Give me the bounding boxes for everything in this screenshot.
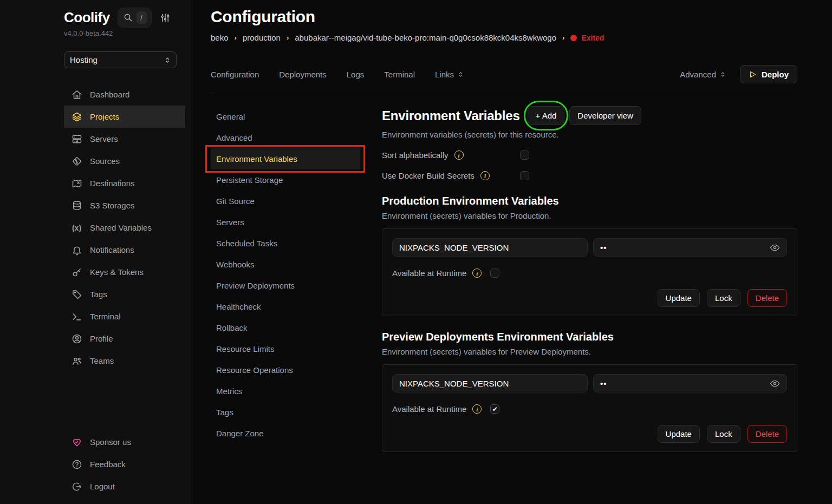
sidebar-item-label: Teams	[90, 356, 114, 365]
sidebar-item-sources[interactable]: Sources	[64, 150, 185, 172]
sort-alphabetically-checkbox[interactable]: ✔	[520, 150, 529, 160]
preview-section-subtitle: Environment (secrets) variables for Prev…	[382, 347, 797, 356]
subnav-item-persistent-storage[interactable]: Persistent Storage	[211, 169, 360, 191]
sidebar-item-projects[interactable]: Projects	[64, 106, 185, 128]
info-icon[interactable]: i	[480, 171, 490, 180]
info-icon[interactable]: i	[472, 269, 482, 278]
sidebar-item-servers[interactable]: Servers	[64, 128, 185, 150]
deploy-button[interactable]: Deploy	[740, 65, 797, 83]
team-selector[interactable]: Hosting	[64, 51, 177, 68]
subnav-item-environment-variables[interactable]: Environment Variables	[211, 148, 360, 169]
subnav-item-git-source[interactable]: Git Source	[211, 191, 360, 212]
tab-deployments[interactable]: Deployments	[279, 70, 327, 79]
sidebar-item-keys-tokens[interactable]: Keys & Tokens	[64, 261, 185, 283]
eye-icon[interactable]	[770, 378, 780, 389]
env-var-inputs: ••	[392, 238, 787, 257]
production-section-subtitle: Environment (secrets) variables for Prod…	[382, 211, 797, 220]
subnav-item-resource-operations[interactable]: Resource Operations	[211, 359, 360, 381]
sidebar-item-dashboard[interactable]: Dashboard	[64, 83, 185, 106]
env-subtitle: Environment variables (secrets) for this…	[382, 130, 797, 139]
sidebar-item-label: Keys & Tokens	[90, 267, 144, 277]
subnav-item-preview-deployments[interactable]: Preview Deployments	[211, 275, 360, 296]
sidebar-item-profile[interactable]: Profile	[64, 328, 185, 350]
tab-links-dropdown[interactable]: Links	[435, 70, 464, 79]
tab-logs[interactable]: Logs	[347, 70, 365, 79]
sidebar-item-s3-storages[interactable]: S3 Storages	[64, 194, 185, 217]
available-at-runtime-checkbox[interactable]: ✔	[490, 269, 499, 278]
subnav-item-advanced[interactable]: Advanced	[211, 127, 360, 148]
env-var-name-input[interactable]	[392, 238, 588, 257]
heart-icon	[71, 437, 82, 448]
breadcrumb-team[interactable]: beko	[211, 33, 229, 42]
layers-icon	[71, 112, 82, 122]
sidebar-item-tags[interactable]: Tags	[64, 283, 185, 305]
subnav-item-scheduled-tasks[interactable]: Scheduled Tasks	[211, 233, 360, 254]
breadcrumb-environment[interactable]: production	[243, 33, 281, 42]
variable-icon: (x)	[71, 224, 82, 232]
sidebar: Coolify / v4.0.0-beta.442 Hosting Dashbo…	[0, 0, 191, 504]
sidebar-item-teams[interactable]: Teams	[64, 350, 185, 372]
subnav-item-danger-zone[interactable]: Danger Zone	[211, 423, 360, 444]
sidebar-item-label: Shared Variables	[90, 223, 152, 232]
lock-button[interactable]: Lock	[707, 289, 740, 307]
sidebar-item-label: Profile	[90, 334, 113, 343]
eye-icon[interactable]	[770, 243, 780, 253]
docker-build-secrets-checkbox[interactable]: ✔	[520, 171, 529, 180]
team-selector-value: Hosting	[70, 55, 98, 64]
subnav-item-tags[interactable]: Tags	[211, 402, 360, 423]
lock-button[interactable]: Lock	[707, 425, 740, 443]
add-button[interactable]: + Add	[528, 106, 565, 125]
sidebar-item-sponsor[interactable]: Sponsor us	[64, 431, 185, 453]
delete-button[interactable]: Delete	[748, 289, 787, 307]
home-icon	[71, 89, 82, 100]
docker-build-secrets-label: Use Docker Build Secrets	[382, 171, 474, 180]
sidebar-item-label: Sources	[90, 156, 120, 166]
subnav-item-general[interactable]: General	[211, 106, 360, 127]
subnav-item-webhooks[interactable]: Webhooks	[211, 254, 360, 275]
subnav-item-healthcheck[interactable]: Healthcheck	[211, 296, 360, 317]
info-icon[interactable]: i	[454, 150, 464, 160]
deploy-label: Deploy	[762, 70, 789, 79]
settings-sliders-icon[interactable]	[160, 13, 170, 23]
env-var-value-input[interactable]: ••	[593, 238, 787, 257]
search-button[interactable]: /	[118, 8, 152, 28]
key-icon	[71, 267, 82, 278]
subnav-item-metrics[interactable]: Metrics	[211, 381, 360, 402]
breadcrumb-resource[interactable]: abubakar--meigag/vid-tube-beko-pro:main-…	[295, 33, 556, 42]
terminal-icon	[71, 311, 82, 322]
advanced-dropdown[interactable]: Advanced	[680, 70, 726, 79]
sidebar-item-shared-variables[interactable]: (x) Shared Variables	[64, 217, 185, 239]
env-var-actions: Update Lock Delete	[392, 425, 787, 443]
preview-section-title: Preview Deployments Environment Variable…	[382, 331, 797, 343]
tab-terminal[interactable]: Terminal	[384, 70, 415, 79]
links-label: Links	[435, 70, 454, 79]
env-var-value-input[interactable]: ••	[593, 374, 787, 392]
main-area: Configuration beko › production › abubak…	[191, 0, 832, 504]
info-icon[interactable]: i	[472, 404, 482, 414]
sidebar-item-terminal[interactable]: Terminal	[64, 305, 185, 328]
sidebar-item-feedback[interactable]: Feedback	[64, 453, 185, 475]
tab-configuration[interactable]: Configuration	[211, 70, 259, 79]
env-var-name-input[interactable]	[392, 374, 588, 392]
update-button[interactable]: Update	[658, 289, 700, 307]
map-icon	[71, 178, 82, 189]
delete-button[interactable]: Delete	[748, 425, 787, 443]
database-icon	[71, 200, 82, 211]
sidebar-item-notifications[interactable]: Notifications	[64, 239, 185, 261]
sidebar-item-logout[interactable]: Logout	[64, 475, 185, 498]
tabs-divider	[211, 94, 797, 94]
env-var-card-production: •• Available at Runtime i ✔ Update Lock …	[382, 228, 797, 316]
configuration-content: General Advanced Environment Variables P…	[211, 106, 797, 504]
sidebar-nav: Dashboard Projects Servers Sources Desti…	[64, 83, 185, 372]
developer-view-button[interactable]: Developer view	[569, 106, 641, 125]
subnav-item-rollback[interactable]: Rollback	[211, 317, 360, 338]
app-logo: Coolify	[64, 9, 110, 26]
chevron-right-icon: ›	[235, 34, 237, 42]
update-button[interactable]: Update	[658, 425, 700, 443]
subnav-item-servers[interactable]: Servers	[211, 212, 360, 233]
sidebar-item-label: Destinations	[90, 179, 135, 188]
sidebar-item-destinations[interactable]: Destinations	[64, 172, 185, 194]
subnav-item-resource-limits[interactable]: Resource Limits	[211, 338, 360, 359]
play-icon	[749, 70, 757, 78]
available-at-runtime-checkbox[interactable]: ✔	[490, 404, 499, 414]
